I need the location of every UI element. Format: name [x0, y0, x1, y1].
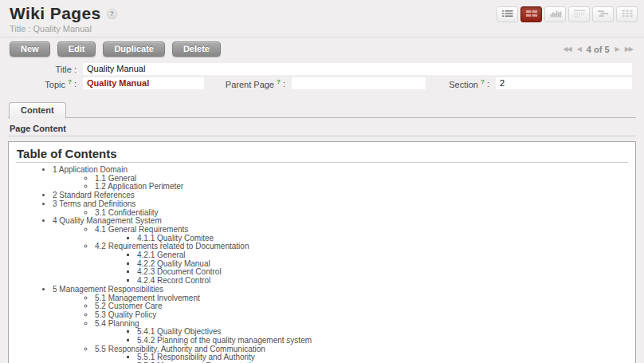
view-switch-gantt[interactable]: [592, 6, 614, 22]
graph-view-icon: [549, 9, 562, 21]
toc-item: 4.2.4 Record Control: [137, 277, 628, 286]
content-title: Table of Contents: [17, 147, 628, 160]
topic-field-label: Topic ?:: [0, 78, 78, 89]
help-badge[interactable]: ?: [107, 9, 117, 19]
view-switch-form[interactable]: [520, 6, 542, 22]
toc-item: 5.1 Management Involvement: [95, 294, 628, 303]
title-field[interactable]: Quality Manual: [83, 63, 632, 75]
toc-item: 5.3 Quality Policy: [95, 311, 628, 320]
view-switch-list[interactable]: [497, 6, 518, 22]
record-subtitle: Title : Quality Manual: [10, 24, 117, 34]
toc-item: 4 Quality Management System4.1 General R…: [53, 217, 628, 286]
toc-item: 5.2 Customer Care: [95, 302, 628, 311]
parent-page-field-label: Parent Page ?:: [214, 78, 287, 89]
toc-item: 4.2.3 Document Control: [137, 268, 628, 277]
header: Wiki Pages? Title : Quality Manual: [0, 0, 644, 34]
view-switch-graph[interactable]: [544, 6, 566, 22]
content-title-rule: [16, 162, 628, 163]
section-field-label: Section ?:: [434, 78, 491, 89]
record-pager: ◀◀ ◀ 4 of 5 ▶ ▶▶: [563, 45, 633, 54]
tab-content[interactable]: Content: [9, 102, 66, 119]
title-field-label: Title:: [0, 65, 78, 74]
toc-item: 4.2 Requirements related to Documentatio…: [95, 243, 628, 286]
toc-item: 5 Management Responsibilities5.1 Managem…: [53, 286, 628, 363]
pager-last-icon[interactable]: ▶▶: [625, 45, 633, 53]
section-field[interactable]: 2: [496, 77, 632, 89]
pager-next-icon[interactable]: ▶: [615, 45, 619, 53]
list-view-icon: [501, 9, 514, 21]
view-switch-kanban[interactable]: [616, 6, 638, 22]
toc-item: 3.1 Confidentiality: [95, 209, 628, 218]
toc-item: 4.1 General Requirements4.1.1 Quality Co…: [95, 226, 628, 243]
form-area: Title: Quality Manual Topic ?: Quality M…: [0, 61, 644, 97]
toc: 1 Application Domain1.1 General1.2 Appli…: [16, 166, 628, 363]
view-switch-calendar[interactable]: [568, 6, 590, 22]
toc-item: 5.4 Planning5.4.1 Quality Objectives5.4.…: [95, 320, 628, 345]
pager-first-icon[interactable]: ◀◀: [563, 45, 571, 53]
kanban-view-icon: [621, 9, 634, 21]
topic-field[interactable]: Quality Manual: [83, 77, 204, 89]
toc-item: 4.2.1 General: [137, 251, 628, 260]
form-view-icon: [525, 9, 538, 21]
page-content-label: Page Content: [10, 124, 644, 133]
toolbar: New Edit Duplicate Delete ◀◀ ◀ 4 of 5 ▶ …: [0, 37, 644, 61]
parent-page-field[interactable]: [292, 77, 426, 89]
gantt-view-icon: [597, 9, 610, 21]
toc-item: 5.5 Responsibility, Authority and Commun…: [95, 345, 628, 363]
parent-page-help-icon[interactable]: ?: [277, 78, 281, 85]
toc-item: 2 Standard References: [53, 191, 628, 200]
duplicate-button[interactable]: Duplicate: [103, 41, 165, 57]
page-content-separator: [8, 136, 636, 136]
page-content-box: Table of Contents 1 Application Domain1.…: [8, 141, 636, 363]
edit-button[interactable]: Edit: [57, 41, 96, 57]
view-switcher: [497, 6, 638, 34]
toc-item: 1.2 Application Perimeter: [95, 183, 628, 191]
page-title: Wiki Pages: [10, 4, 101, 22]
section-help-icon[interactable]: ?: [481, 78, 485, 85]
new-button[interactable]: New: [10, 41, 50, 57]
calendar-view-icon: [573, 9, 586, 21]
toc-item: 1 Application Domain1.1 General1.2 Appli…: [53, 166, 628, 191]
toc-item: 3 Terms and Definitions3.1 Confidentiali…: [53, 200, 628, 217]
topic-help-icon[interactable]: ?: [68, 78, 72, 85]
pager-count: 4 of 5: [587, 45, 610, 54]
pager-previous-icon[interactable]: ◀: [577, 45, 581, 53]
delete-button[interactable]: Delete: [172, 41, 221, 57]
notebook-tabs: Content: [8, 101, 636, 118]
